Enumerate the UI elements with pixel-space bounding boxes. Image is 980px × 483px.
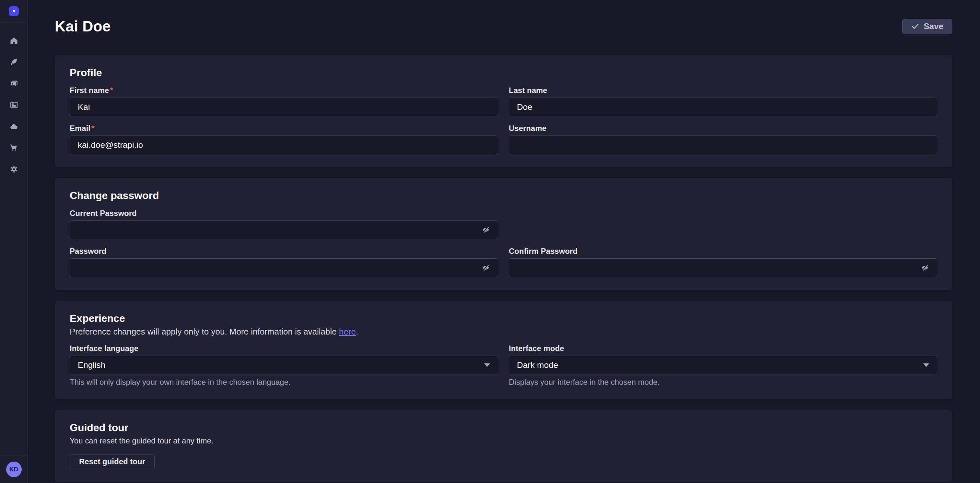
sidebar: KD xyxy=(0,0,28,483)
sidebar-nav xyxy=(0,23,27,178)
current-password-label: Current Password xyxy=(70,209,498,217)
required-mark: * xyxy=(110,86,113,95)
interface-mode-select[interactable]: Dark mode xyxy=(509,355,937,375)
main-content: Kai Doe Save Profile First name* Last na… xyxy=(28,0,980,483)
email-label: Email* xyxy=(70,124,498,132)
new-password-label: Password xyxy=(70,247,498,255)
confirm-password-group: Confirm Password xyxy=(509,247,937,277)
interface-mode-hint: Displays your interface in the chosen mo… xyxy=(509,378,937,386)
first-name-input[interactable] xyxy=(70,97,498,116)
first-name-group: First name* xyxy=(70,86,498,116)
guided-tour-section: Guided tour You can reset the guided tou… xyxy=(55,410,952,482)
experience-description-text: Preference changes will apply only to yo… xyxy=(70,327,339,336)
username-input[interactable] xyxy=(509,135,937,154)
save-button[interactable]: Save xyxy=(902,19,952,34)
home-icon xyxy=(10,36,19,45)
user-avatar[interactable]: KD xyxy=(6,462,22,477)
layout-icon xyxy=(10,100,19,110)
profile-section: Profile First name* Last name Email* Use… xyxy=(55,55,952,167)
new-password-group: Password xyxy=(70,247,498,277)
interface-language-value: English xyxy=(78,360,105,370)
interface-language-select[interactable]: English xyxy=(70,355,498,375)
password-grid-spacer xyxy=(509,209,937,239)
avatar-area: KD xyxy=(0,456,27,483)
sidebar-item-content-type-builder[interactable] xyxy=(5,97,22,113)
email-input[interactable] xyxy=(70,135,498,154)
profile-section-title: Profile xyxy=(70,67,937,78)
eye-slash-icon xyxy=(481,226,491,234)
check-icon xyxy=(911,22,920,30)
username-group: Username xyxy=(509,124,937,154)
interface-mode-label: Interface mode xyxy=(509,344,937,353)
sidebar-bottom: KD xyxy=(0,456,27,483)
page-title: Kai Doe xyxy=(55,18,111,35)
more-information-link[interactable]: here xyxy=(339,327,356,336)
experience-grid: Interface language English This will onl… xyxy=(70,344,937,386)
email-group: Email* xyxy=(70,124,498,154)
logo-area xyxy=(0,0,27,22)
sidebar-item-content-manager[interactable] xyxy=(5,54,22,71)
profile-grid: First name* Last name Email* Username xyxy=(70,86,937,154)
current-password-input[interactable] xyxy=(70,220,498,239)
last-name-label: Last name xyxy=(509,86,937,95)
current-password-wrap xyxy=(70,220,498,239)
save-button-label: Save xyxy=(924,21,943,32)
cloud-icon xyxy=(10,122,19,131)
change-password-section: Change password Current Password xyxy=(55,178,952,290)
sidebar-item-home[interactable] xyxy=(5,32,22,49)
chevron-down-icon xyxy=(484,363,490,367)
interface-mode-value: Dark mode xyxy=(517,360,558,370)
eye-slash-icon xyxy=(481,263,491,272)
experience-description: Preference changes will apply only to yo… xyxy=(70,327,937,336)
last-name-group: Last name xyxy=(509,86,937,116)
username-label: Username xyxy=(509,124,937,132)
chevron-down-icon xyxy=(923,363,929,367)
sidebar-item-media-library[interactable] xyxy=(5,75,22,92)
new-password-wrap xyxy=(70,258,498,277)
email-label-text: Email xyxy=(70,124,91,132)
gear-icon xyxy=(10,165,19,174)
page-header: Kai Doe Save xyxy=(55,18,952,35)
media-library-icon xyxy=(10,79,19,88)
first-name-label-text: First name xyxy=(70,86,109,95)
experience-section-title: Experience xyxy=(70,312,937,324)
guided-tour-title: Guided tour xyxy=(70,422,937,434)
interface-language-label: Interface language xyxy=(70,344,498,353)
strapi-logo[interactable] xyxy=(9,6,19,16)
shopping-cart-icon xyxy=(10,143,19,152)
password-grid: Current Password xyxy=(70,209,937,277)
toggle-new-password-visibility-button[interactable] xyxy=(479,261,492,274)
toggle-current-password-visibility-button[interactable] xyxy=(479,223,492,236)
last-name-input[interactable] xyxy=(509,97,937,116)
app-window: KD Kai Doe Save Profile First name* xyxy=(0,0,980,483)
sidebar-item-settings[interactable] xyxy=(5,161,22,178)
new-password-input[interactable] xyxy=(70,258,498,277)
reset-guided-tour-button[interactable]: Reset guided tour xyxy=(70,454,154,469)
interface-language-hint: This will only display your own interfac… xyxy=(70,378,498,386)
sidebar-item-cloud[interactable] xyxy=(5,118,22,135)
sidebar-item-marketplace[interactable] xyxy=(5,139,22,156)
strapi-logo-icon xyxy=(11,8,17,14)
interface-mode-group: Interface mode Dark mode Displays your i… xyxy=(509,344,937,386)
experience-description-suffix: . xyxy=(356,327,358,336)
confirm-password-input[interactable] xyxy=(509,258,937,277)
required-mark: * xyxy=(91,124,94,132)
eye-slash-icon xyxy=(920,263,930,272)
feather-icon xyxy=(10,58,19,67)
experience-section: Experience Preference changes will apply… xyxy=(55,301,952,399)
confirm-password-label: Confirm Password xyxy=(509,247,937,255)
confirm-password-wrap xyxy=(509,258,937,277)
toggle-confirm-password-visibility-button[interactable] xyxy=(918,261,931,274)
current-password-group: Current Password xyxy=(70,209,498,239)
change-password-title: Change password xyxy=(70,190,937,201)
guided-tour-description: You can reset the guided tour at any tim… xyxy=(70,436,937,446)
first-name-label: First name* xyxy=(70,86,498,95)
interface-language-group: Interface language English This will onl… xyxy=(70,344,498,386)
